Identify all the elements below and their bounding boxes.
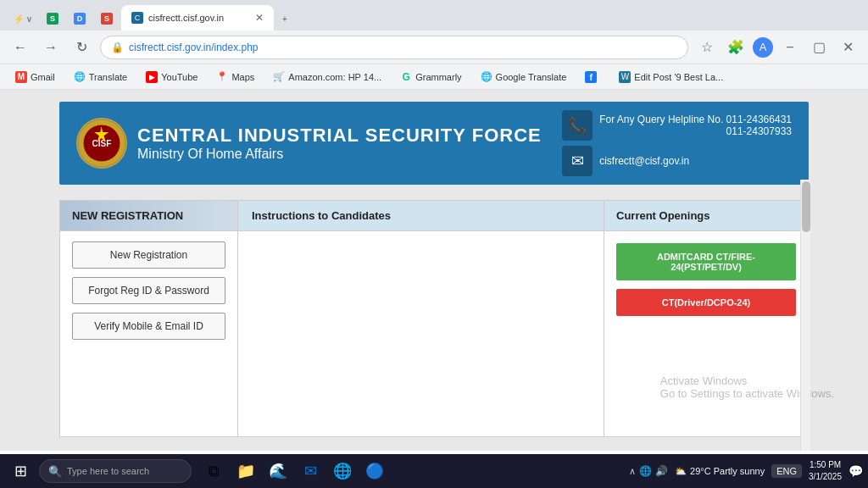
bookmark-gmail[interactable]: M Gmail <box>8 69 62 85</box>
address-bar[interactable]: 🔒 cisfrectt.cisf.gov.in/index.php <box>100 36 688 59</box>
bookmark-star-icon[interactable]: ☆ <box>695 36 719 59</box>
page-content: CISF CENTRAL INDUSTRIAL SECURITY FORCE M… <box>0 90 868 451</box>
current-openings-heading: Current Openings <box>604 201 808 231</box>
tab-cisf[interactable]: C cisfrectt.cisf.gov.in ✕ <box>121 5 274 30</box>
tab-favicon: C <box>131 12 143 24</box>
tab-extra-2[interactable]: S <box>40 7 65 30</box>
search-icon: 🔍 <box>48 465 62 478</box>
verify-mobile-button[interactable]: Verify Mobile & Email ID <box>72 313 225 340</box>
extensions-icon[interactable]: 🧩 <box>724 36 748 59</box>
tab-extra-5[interactable]: + <box>275 7 294 30</box>
taskbar-app-icons: ⧉ 📁 🌊 ✉ 🌐 🔵 <box>198 456 390 486</box>
new-registration-button[interactable]: New Registration <box>72 241 225 269</box>
google-translate-icon: 🌐 <box>481 71 492 83</box>
bookmark-google-translate[interactable]: 🌐 Google Translate <box>474 69 574 85</box>
taskbar-app-chrome[interactable]: 🔵 <box>359 456 390 486</box>
bookmark-maps[interactable]: 📍 Maps <box>209 69 261 85</box>
wordpress-icon: W <box>619 71 631 83</box>
weather-info: ⛅ 29°C Partly sunny <box>675 466 765 477</box>
start-button[interactable]: ⊞ <box>5 456 36 486</box>
tray-chevron-icon[interactable]: ∧ <box>629 466 636 477</box>
browser-chrome: ⚡v S D S C cisfrectt.cisf.gov.in ✕ + ← →… <box>0 0 868 90</box>
volume-icon[interactable]: 🔊 <box>655 465 668 477</box>
forward-button[interactable]: → <box>39 36 63 59</box>
forgot-regid-button[interactable]: Forgot Reg ID & Password <box>72 277 225 304</box>
site-title: CENTRAL INDUSTRIAL SECURITY FORCE <box>137 125 542 147</box>
tab-extra-3[interactable]: D <box>67 7 92 30</box>
main-wrapper: NEW REGISTRATION New Registration Forgot… <box>0 191 868 446</box>
bookmark-youtube[interactable]: ▶ YouTube <box>139 69 204 85</box>
instructions-content <box>238 231 604 255</box>
bookmarks-bar: M Gmail 🌐 Translate ▶ YouTube 📍 Maps 🛒 A… <box>0 64 868 90</box>
taskbar-app-task-view[interactable]: ⧉ <box>198 456 229 486</box>
minimize-icon[interactable]: − <box>778 36 802 59</box>
notifications-button[interactable]: 💬 <box>849 464 863 478</box>
taskbar-app-edge[interactable]: 🌊 <box>263 456 293 486</box>
language-button[interactable]: ENG <box>771 464 802 478</box>
openings-content: ADMITCARD CT/FIRE-24(PST/PET/DV) CT(Driv… <box>604 231 808 328</box>
taskbar-app-file-explorer[interactable]: 📁 <box>231 456 261 486</box>
tab-extra-4[interactable]: S <box>94 7 120 30</box>
toolbar-icons: ☆ 🧩 A − ▢ ✕ <box>695 36 860 59</box>
tab-label: cisfrectt.cisf.gov.in <box>148 13 224 23</box>
header-email-row: ✉ cisfrectt@cisf.gov.in <box>562 146 792 176</box>
back-button[interactable]: ← <box>8 36 32 59</box>
opening-ct-driver-button[interactable]: CT(Driver/DCPO-24) <box>616 289 796 316</box>
taskbar-search[interactable]: 🔍 Type here to search <box>39 459 192 483</box>
email-icon: ✉ <box>562 146 593 176</box>
bookmark-facebook[interactable]: f <box>578 69 607 85</box>
main-grid: NEW REGISTRATION New Registration Forgot… <box>59 200 809 437</box>
clock-date: 3/1/2025 <box>809 471 842 483</box>
left-panel-buttons: New Registration Forgot Reg ID & Passwor… <box>60 231 237 350</box>
clock-time: 1:50 PM <box>809 459 842 471</box>
email-text: cisfrectt@cisf.gov.in <box>599 155 689 167</box>
amazon-icon: 🛒 <box>273 71 285 83</box>
header-contact: 📞 For Any Query Helpline No. 011-2436643… <box>562 110 792 141</box>
bookmark-grammarly[interactable]: G Grammarly <box>393 69 468 85</box>
network-icon[interactable]: 🌐 <box>639 465 652 477</box>
tab-extra-1[interactable]: ⚡v <box>7 7 38 30</box>
opening-admitcard-button[interactable]: ADMITCARD CT/FIRE-24(PST/PET/DV) <box>616 243 796 280</box>
helpline-text: For Any Query Helpline No. 011-24366431 … <box>599 114 792 137</box>
lock-icon: 🔒 <box>111 42 124 53</box>
weather-icon: ⛅ <box>675 466 687 477</box>
site-logo: CISF <box>76 118 127 169</box>
close-window-icon[interactable]: ✕ <box>836 36 860 59</box>
header-left: CISF CENTRAL INDUSTRIAL SECURITY FORCE M… <box>76 118 542 169</box>
site-subtitle: Ministry Of Home Affairs <box>137 147 542 162</box>
taskbar-clock: 1:50 PM 3/1/2025 <box>809 459 842 483</box>
taskbar-app-browser[interactable]: 🌐 <box>327 456 358 486</box>
weather-text: 29°C Partly sunny <box>690 466 765 476</box>
header-right: 📞 For Any Query Helpline No. 011-2436643… <box>562 110 792 176</box>
youtube-icon: ▶ <box>146 71 158 83</box>
left-panel: NEW REGISTRATION New Registration Forgot… <box>60 201 238 436</box>
scroll-thumb[interactable] <box>802 181 810 232</box>
taskbar-right: ∧ 🌐 🔊 ⛅ 29°C Partly sunny ENG 1:50 PM 3/… <box>629 459 863 483</box>
facebook-icon: f <box>585 71 597 83</box>
phone-icon: 📞 <box>562 110 593 141</box>
right-panel: Current Openings ADMITCARD CT/FIRE-24(PS… <box>604 201 808 436</box>
reload-button[interactable]: ↻ <box>70 36 93 59</box>
middle-panel: Instructions to Candidates <box>238 201 604 436</box>
close-tab-icon[interactable]: ✕ <box>255 12 264 24</box>
maximize-icon[interactable]: ▢ <box>807 36 831 59</box>
address-text: cisfrectt.cisf.gov.in/index.php <box>129 42 677 53</box>
taskbar-app-mail[interactable]: ✉ <box>295 456 326 486</box>
grammarly-icon: G <box>400 71 412 83</box>
taskbar: ⊞ 🔍 Type here to search ⧉ 📁 🌊 ✉ 🌐 🔵 ∧ 🌐 … <box>0 454 868 488</box>
header-title-block: CENTRAL INDUSTRIAL SECURITY FORCE Minist… <box>137 125 542 162</box>
gmail-icon: M <box>15 71 27 83</box>
svg-text:CISF: CISF <box>92 139 112 148</box>
search-placeholder: Type here to search <box>67 466 149 476</box>
instructions-heading: Instructions to Candidates <box>238 201 604 231</box>
tabs-bar: ⚡v S D S C cisfrectt.cisf.gov.in ✕ + <box>0 0 868 30</box>
translate-icon: 🌐 <box>74 71 86 83</box>
new-registration-heading: NEW REGISTRATION <box>60 201 237 231</box>
scrollbar[interactable] <box>800 180 810 451</box>
maps-icon: 📍 <box>216 71 228 83</box>
bookmark-edit-post[interactable]: W Edit Post '9 Best La... <box>612 69 730 85</box>
bookmark-amazon[interactable]: 🛒 Amazon.com: HP 14... <box>266 69 388 85</box>
profile-icon[interactable]: A <box>753 37 773 58</box>
site-header: CISF CENTRAL INDUSTRIAL SECURITY FORCE M… <box>59 102 809 185</box>
bookmark-translate[interactable]: 🌐 Translate <box>67 69 134 85</box>
